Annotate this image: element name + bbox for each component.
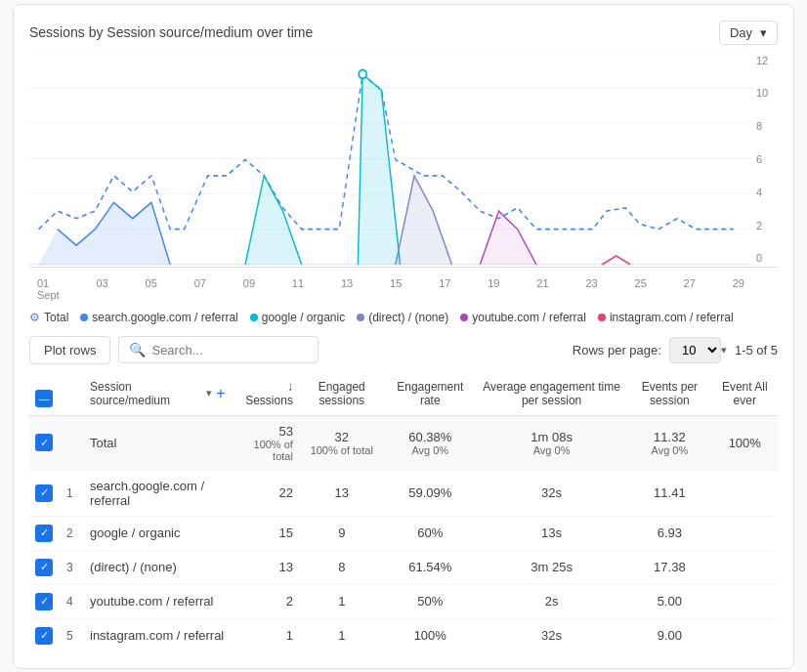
row5-engaged: 1	[299, 618, 385, 652]
rows-per-page-select[interactable]: 10 25 50	[669, 337, 721, 363]
row4-sessions: 2	[232, 584, 299, 618]
card-title: Sessions by Session source/medium over t…	[29, 24, 313, 40]
row3-engagement-rate: 61.54%	[385, 550, 476, 584]
legend-dot-direct	[357, 314, 364, 321]
filter-icon[interactable]: ▾	[206, 387, 212, 399]
legend-dot-instagram	[598, 314, 606, 321]
checkbox-icon: —	[39, 393, 50, 404]
th-avg-engagement: Average engagement time per session	[476, 372, 627, 416]
table-row: ✓ 5 instagram.com / referral 1 1 100%	[29, 618, 778, 652]
row3-engaged: 8	[299, 550, 385, 584]
row3-sessions: 13	[232, 550, 299, 584]
total-avg-engagement-cell: 1m 08s Avg 0%	[476, 415, 627, 470]
source-header: Session source/medium ▾ +	[90, 380, 226, 407]
row1-engagement-rate: 59.09%	[385, 470, 476, 516]
row2-events-per-session: 6.93	[627, 516, 711, 550]
row1-events-per-session: 11.41	[627, 470, 711, 516]
row2-engaged: 9	[299, 516, 385, 550]
row3-source[interactable]: (direct) / (none)	[84, 550, 232, 584]
header-checkbox[interactable]: —	[35, 390, 53, 407]
time-selector[interactable]: Day ▾	[719, 21, 778, 45]
toolbar-right: Rows per page: 10 25 50 ▾ 1-5 of 5	[573, 337, 778, 363]
row3-checkbox-cell: ✓	[29, 550, 61, 584]
total-engagement-rate-cell: 60.38% Avg 0%	[385, 415, 476, 470]
th-checkbox: —	[29, 372, 61, 416]
row4-avg-engagement: 2s	[476, 584, 627, 618]
card-header: Sessions by Session source/medium over t…	[29, 21, 778, 45]
row4-event-all	[712, 584, 778, 618]
legend-item-instagram[interactable]: instagram.com / referral	[598, 311, 734, 324]
row3-event-all	[712, 550, 778, 584]
row2-checkbox[interactable]: ✓	[35, 525, 53, 542]
legend-item-youtube[interactable]: youtube.com / referral	[460, 311, 586, 324]
th-rank	[61, 372, 84, 416]
row4-engaged: 1	[299, 584, 385, 618]
row5-checkbox-cell: ✓	[29, 618, 61, 652]
legend-dot-search-google	[80, 314, 88, 321]
legend-item-search-google[interactable]: search.google.com / referral	[80, 311, 237, 324]
row2-avg-engagement: 13s	[476, 516, 627, 550]
row5-source[interactable]: instagram.com / referral	[84, 618, 232, 652]
th-source: Session source/medium ▾ +	[84, 372, 232, 416]
row3-avg-engagement: 3m 25s	[476, 550, 627, 584]
row1-sessions: 22	[232, 470, 299, 516]
th-sessions: ↓ Sessions	[232, 372, 299, 416]
chevron-down-icon: ▾	[721, 344, 727, 357]
row3-checkbox[interactable]: ✓	[35, 559, 53, 576]
legend-item-total[interactable]: ⚙ Total	[29, 311, 68, 324]
legend-item-direct[interactable]: (direct) / (none)	[357, 311, 448, 324]
th-engaged: Engaged sessions	[299, 372, 385, 416]
total-check-icon: ✓	[40, 437, 49, 449]
table-row: ✓ 4 youtube.com / referral 2 1 50%	[29, 584, 778, 618]
row4-source[interactable]: youtube.com / referral	[84, 584, 232, 618]
main-card: Sessions by Session source/medium over t…	[13, 4, 794, 669]
toolbar-left: Plot rows 🔍	[29, 336, 319, 364]
row3-events-per-session: 17.38	[627, 550, 711, 584]
row1-checkbox-cell: ✓	[29, 470, 61, 516]
table-row: ✓ 3 (direct) / (none) 13 8 61.54%	[29, 550, 778, 584]
total-checkbox[interactable]: ✓	[35, 434, 53, 451]
table-row: ✓ 1 search.google.com / referral 22 13 5…	[29, 470, 778, 516]
legend-dot-youtube	[460, 314, 468, 321]
x-axis-labels: 01Sept 03 05 07 09 11 13 15 17 19 21 23 …	[29, 275, 752, 305]
row1-checkbox[interactable]: ✓	[35, 484, 53, 502]
total-engaged-cell: 32 100% of total	[299, 415, 385, 470]
legend-label-total: Total	[44, 311, 68, 324]
th-events-per-session: Events per session	[627, 372, 711, 416]
svg-point-10	[359, 69, 366, 78]
svg-marker-11	[396, 175, 452, 264]
row5-checkbox[interactable]: ✓	[35, 627, 53, 645]
row4-rank: 4	[61, 584, 84, 618]
total-sessions-cell: 53 100% of total	[232, 415, 299, 470]
legend-label-search-google: search.google.com / referral	[92, 311, 237, 324]
row1-rank: 1	[61, 470, 84, 516]
search-input[interactable]	[151, 343, 308, 357]
row2-sessions: 15	[232, 516, 299, 550]
row5-event-all	[712, 618, 778, 652]
row1-source[interactable]: search.google.com / referral	[84, 470, 232, 516]
total-events-per-session-cell: 11.32 Avg 0%	[627, 415, 711, 470]
rows-per-page-label: Rows per page:	[573, 343, 661, 357]
add-column-icon[interactable]: +	[216, 385, 225, 402]
table-header-row: — Session source/medium ▾ + ↓ Sessions E…	[29, 372, 778, 416]
search-box: 🔍	[118, 336, 319, 363]
svg-marker-9	[358, 73, 400, 264]
row2-source[interactable]: google / organic	[84, 516, 232, 550]
row4-engagement-rate: 50%	[385, 584, 476, 618]
settings-icon: ⚙	[29, 311, 40, 324]
row4-checkbox[interactable]: ✓	[35, 593, 53, 610]
row5-engagement-rate: 100%	[385, 618, 476, 652]
search-icon: 🔍	[129, 342, 146, 357]
row5-avg-engagement: 32s	[476, 618, 627, 652]
row2-engagement-rate: 60%	[385, 516, 476, 550]
svg-marker-8	[245, 175, 302, 264]
row1-event-all	[712, 470, 778, 516]
pagination-label: 1-5 of 5	[735, 343, 778, 357]
chevron-down-icon: ▾	[760, 25, 767, 40]
plot-rows-button[interactable]: Plot rows	[29, 336, 110, 364]
chart-legend: ⚙ Total search.google.com / referral goo…	[29, 305, 778, 336]
chart-svg	[29, 53, 752, 267]
row5-rank: 5	[61, 618, 84, 652]
row4-checkbox-cell: ✓	[29, 584, 61, 618]
legend-item-google-organic[interactable]: google / organic	[250, 311, 345, 324]
